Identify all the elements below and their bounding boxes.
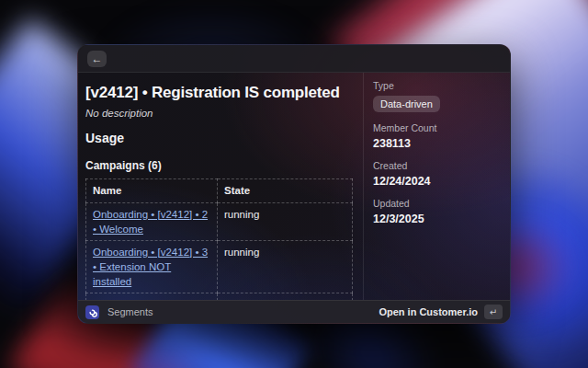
type-badge: Data-driven bbox=[373, 96, 440, 112]
meta-field-member-count: Member Count 238113 bbox=[373, 122, 499, 150]
usage-heading: Usage bbox=[85, 131, 356, 145]
meta-field-type: Type Data-driven bbox=[373, 80, 499, 112]
campaign-state: running bbox=[218, 241, 353, 293]
table-row: Onboarding • [v2601] • 1.2 • Extension N… bbox=[86, 293, 353, 301]
back-arrow-icon: ← bbox=[92, 53, 103, 64]
enter-key-badge: ↵ bbox=[484, 305, 503, 319]
metadata-panel: Type Data-driven Member Count 238113 Cre… bbox=[364, 73, 510, 300]
meta-value: 238113 bbox=[373, 137, 499, 150]
segment-title: [v2412] • Registration IS completed bbox=[85, 84, 356, 102]
meta-value: 12/3/2025 bbox=[373, 213, 499, 225]
meta-label: Updated bbox=[373, 198, 499, 209]
meta-label: Type bbox=[373, 80, 499, 91]
table-header-row: Name State bbox=[86, 179, 353, 203]
open-in-customerio-action[interactable]: Open in Customer.io ↵ bbox=[379, 305, 503, 319]
raycast-window: ← [v2412] • Registration IS completed No… bbox=[77, 44, 511, 324]
campaigns-heading: Campaigns (6) bbox=[85, 159, 356, 172]
table-row: Onboarding • [v2412] • 3 • Extension NOT… bbox=[86, 241, 353, 293]
campaigns-table: Name State Onboarding • [v2412] • 2 • We… bbox=[85, 178, 353, 300]
meta-value: 12/24/2024 bbox=[373, 175, 499, 188]
source-label: Segments bbox=[107, 306, 153, 317]
customerio-logo-icon bbox=[85, 305, 99, 319]
meta-field-created: Created 12/24/2024 bbox=[373, 160, 499, 188]
campaign-state: running bbox=[218, 203, 353, 241]
footer-source: Segments bbox=[85, 305, 153, 319]
column-header-state: State bbox=[218, 179, 353, 203]
campaign-link[interactable]: Onboarding • [v2412] • 2 • Welcome bbox=[93, 209, 208, 235]
back-button[interactable]: ← bbox=[87, 51, 107, 67]
meta-label: Created bbox=[373, 160, 499, 171]
campaign-link[interactable]: Onboarding • [v2412] • 3 • Extension NOT… bbox=[93, 247, 208, 287]
detail-content: [v2412] • Registration IS completed No d… bbox=[78, 73, 363, 300]
meta-label: Member Count bbox=[373, 122, 499, 133]
window-header: ← bbox=[78, 45, 510, 73]
campaign-state: draft bbox=[218, 293, 353, 301]
meta-field-updated: Updated 12/3/2025 bbox=[373, 198, 499, 225]
action-label: Open in Customer.io bbox=[379, 306, 478, 317]
table-row: Onboarding • [v2412] • 2 • Welcome runni… bbox=[86, 203, 353, 241]
window-body: [v2412] • Registration IS completed No d… bbox=[78, 73, 510, 300]
segment-description: No description bbox=[85, 108, 356, 119]
column-header-name: Name bbox=[86, 179, 218, 203]
window-footer: Segments Open in Customer.io ↵ bbox=[78, 300, 510, 323]
